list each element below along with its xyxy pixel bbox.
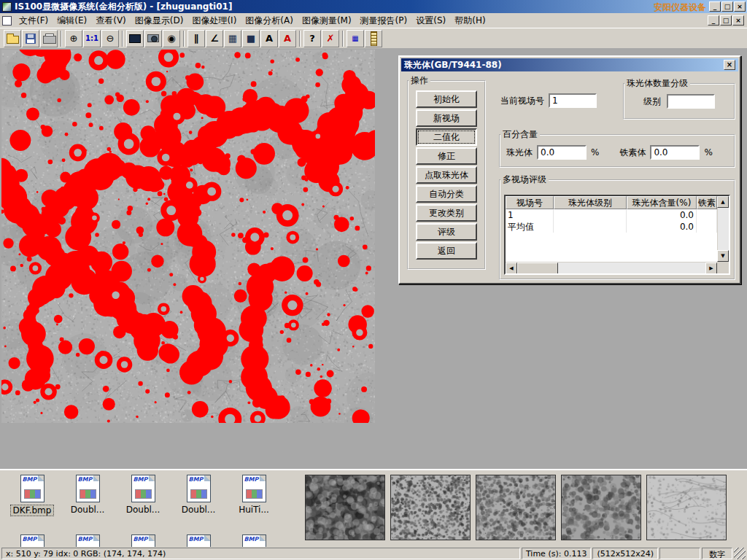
menu-help[interactable]: 帮助(H) <box>450 12 489 29</box>
scroll-up-icon[interactable]: ▲ <box>717 196 729 208</box>
table-header-level[interactable]: 珠光体级别 <box>554 196 627 209</box>
binarize-button[interactable]: 二值化 <box>416 128 477 146</box>
auto-classify-button[interactable]: 自动分类 <box>416 185 477 203</box>
menu-settings[interactable]: 设置(S) <box>411 12 450 29</box>
minimize-button[interactable]: _ <box>709 1 721 12</box>
metallograph-image[interactable] <box>1 50 375 423</box>
bmp-file-icon: BMP <box>76 475 100 502</box>
horizontal-scrollbar[interactable]: ◀ ▶ <box>506 262 717 273</box>
app-icon <box>2 2 12 12</box>
table-header-field[interactable]: 视场号 <box>506 196 554 209</box>
pick-pearlite-button[interactable]: 点取珠光体 <box>416 166 477 184</box>
toolbar-separator <box>122 31 123 47</box>
rate-button[interactable]: 评级 <box>416 223 477 241</box>
text-annotation-icon[interactable]: A <box>260 30 278 47</box>
mdi-restore-button[interactable]: □ <box>720 15 732 26</box>
toolbar-separator <box>342 31 344 47</box>
thumbnail-5[interactable] <box>646 475 727 540</box>
image-window-icon[interactable] <box>126 30 144 47</box>
new-field-button[interactable]: 新视场 <box>416 109 477 127</box>
table-header-ferrite[interactable]: 铁素 <box>697 196 717 209</box>
grid-measure-icon[interactable]: ▦ <box>224 30 241 47</box>
pearlite-percent-input[interactable] <box>537 145 587 160</box>
window-title: IS100显微摄像系统(金相分析版) - [zhuguangti01] <box>15 1 232 13</box>
resize-grip[interactable] <box>734 548 746 559</box>
menu-measure-report[interactable]: 测量报告(P) <box>356 12 412 29</box>
toolbar-separator <box>183 31 185 47</box>
scrollbar-thumb[interactable] <box>517 262 558 274</box>
file-item[interactable]: BMP Doubl... <box>171 475 226 516</box>
menu-image-display[interactable]: 图像显示(D) <box>131 12 188 29</box>
initialize-button[interactable]: 初始化 <box>416 90 477 108</box>
toolbar-separator <box>299 31 301 47</box>
thumbnail-4[interactable] <box>561 475 641 540</box>
menu-file[interactable]: 文件(F) <box>15 12 53 29</box>
mdi-close-button[interactable]: × <box>732 15 744 26</box>
return-button[interactable]: 返回 <box>416 242 477 260</box>
document-icon <box>2 16 12 26</box>
ruler-icon[interactable] <box>365 30 382 47</box>
mdi-minimize-button[interactable]: _ <box>708 15 719 26</box>
file-item[interactable]: BMP DKF.bmp <box>4 475 60 516</box>
camera-icon[interactable] <box>144 30 162 47</box>
help-icon[interactable]: ? <box>303 30 321 47</box>
file-item[interactable]: BMP <box>115 534 171 547</box>
caliper-measure-icon[interactable]: ∥ <box>187 30 205 47</box>
bmp-file-icon: BMP <box>76 534 100 547</box>
zoom-in-icon[interactable]: ⊕ <box>65 30 82 47</box>
ferrite-percent-input[interactable] <box>650 145 700 160</box>
dialog-close-icon[interactable]: × <box>724 60 735 70</box>
file-item[interactable]: BMP Doubl... <box>115 475 171 516</box>
font-icon[interactable]: A <box>279 30 296 47</box>
level-label: 级别 <box>643 96 661 108</box>
level-input[interactable] <box>667 94 715 109</box>
operation-group-label: 操作 <box>409 74 430 87</box>
menu-image-measure[interactable]: 图像测量(M) <box>298 12 356 29</box>
scroll-left-icon[interactable]: ◀ <box>506 262 517 274</box>
dark-square-icon[interactable]: ■ <box>242 30 260 47</box>
bmp-file-icon: BMP <box>242 475 266 502</box>
delete-icon[interactable]: ✗ <box>322 30 339 47</box>
file-item[interactable]: BMP <box>4 534 60 547</box>
menu-image-processing[interactable]: 图像处理(I) <box>187 12 241 29</box>
file-name[interactable]: Doubl... <box>124 505 163 515</box>
open-icon[interactable] <box>4 30 21 47</box>
change-category-button[interactable]: 更改类别 <box>416 204 477 222</box>
target-icon[interactable]: ◉ <box>163 30 180 47</box>
menu-view[interactable]: 查看(V) <box>91 12 131 29</box>
table-row[interactable]: 1 0.0 <box>506 209 717 221</box>
rating-table: 视场号 珠光体级别 珠光体含量(%) 铁素 1 0.0 平均值 <box>504 195 730 275</box>
current-field-input[interactable] <box>549 93 597 108</box>
angle-measure-icon[interactable]: ∠ <box>206 30 223 47</box>
file-item[interactable]: BMP <box>60 534 115 547</box>
print-icon[interactable] <box>40 30 58 47</box>
grid-blue-icon[interactable]: ▦ <box>347 30 364 47</box>
file-item[interactable]: BMP HuiTi... <box>226 475 282 516</box>
scroll-right-icon[interactable]: ▶ <box>705 262 717 274</box>
thumbnail-2[interactable] <box>390 475 471 540</box>
thumbnail-1[interactable] <box>305 475 385 540</box>
menu-image-analysis[interactable]: 图像分析(A) <box>241 12 298 29</box>
scroll-down-icon[interactable]: ▼ <box>717 250 729 262</box>
table-header-content[interactable]: 珠光体含量(%) <box>627 196 697 209</box>
file-name[interactable]: Doubl... <box>69 505 107 515</box>
thumbnail-3[interactable] <box>476 475 556 540</box>
file-item[interactable]: BMP <box>226 534 282 547</box>
save-icon[interactable] <box>22 30 39 47</box>
file-name[interactable]: HuiTi... <box>236 505 271 515</box>
file-item[interactable]: BMP <box>171 534 226 547</box>
bmp-file-icon: BMP <box>187 475 211 502</box>
file-item[interactable]: BMP Doubl... <box>60 475 115 516</box>
close-button[interactable]: × <box>734 1 746 12</box>
table-row-average[interactable]: 平均值 0.0 <box>506 221 717 233</box>
vertical-scrollbar[interactable]: ▲ ▼ <box>717 196 729 262</box>
zoom-out-icon[interactable]: ⊖ <box>101 30 119 47</box>
menu-edit[interactable]: 编辑(E) <box>53 12 91 29</box>
dialog-titlebar[interactable]: 珠光体(GB/T9441-88) × <box>401 58 738 71</box>
file-name[interactable]: Doubl... <box>179 505 218 515</box>
actual-size-icon[interactable]: 1:1 <box>83 30 101 47</box>
maximize-button[interactable]: □ <box>721 1 733 12</box>
file-name[interactable]: DKF.bmp <box>10 505 55 516</box>
pearlite-label: 珠光体 <box>506 147 533 159</box>
correct-button[interactable]: 修正 <box>416 147 477 165</box>
